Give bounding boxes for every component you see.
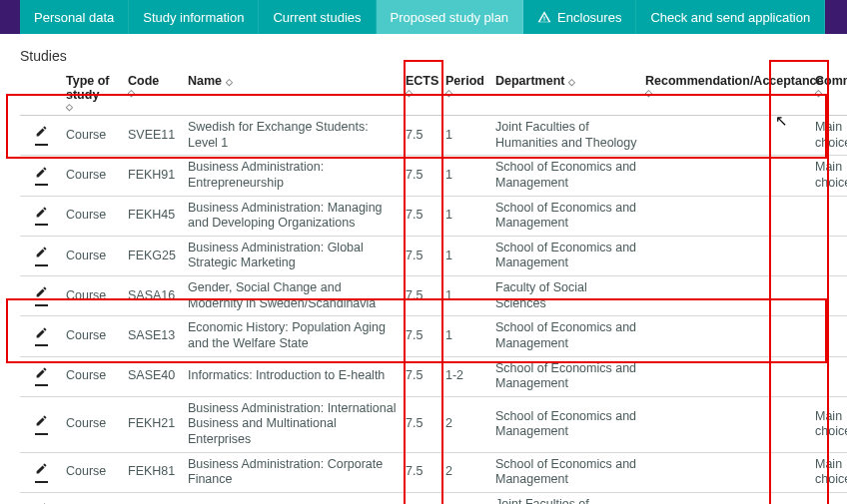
cell-name: English: Elective Course xyxy=(184,492,402,504)
cell-type: Course xyxy=(62,276,124,316)
cell-ects: 7.5 xyxy=(402,396,441,452)
col-period[interactable]: Period◇ xyxy=(441,68,491,116)
table-row: CourseSVEE11Swedish for Exchange Student… xyxy=(20,116,847,156)
edit-icon[interactable] xyxy=(35,326,48,347)
cell-type: Course xyxy=(62,236,124,275)
cell-ects: 7.5 xyxy=(402,156,441,196)
cell-name: Swedish for Exchange Students: Level 1 xyxy=(184,116,402,156)
cell-ects: 7.5 xyxy=(402,196,441,236)
cell-department: Joint Faculties of Humanities and Theolo… xyxy=(491,116,641,156)
cell-comment: Main choice xyxy=(811,116,847,156)
section-title-studies: Studies xyxy=(20,48,827,64)
edit-icon[interactable] xyxy=(35,166,48,187)
cell-recommendation xyxy=(641,236,811,275)
cell-comment xyxy=(811,196,847,236)
cell-period: 1 xyxy=(441,196,491,236)
cell-code: SASE40 xyxy=(124,356,184,396)
cell-type: Course xyxy=(62,316,124,356)
tab-personal-data[interactable]: Personal data xyxy=(20,0,129,34)
cell-recommendation xyxy=(641,452,811,492)
cell-department: School of Economics and Management xyxy=(491,452,641,492)
cell-comment xyxy=(811,236,847,275)
tab-check-and-send[interactable]: Check and send application xyxy=(636,0,825,34)
cell-recommendation xyxy=(641,276,811,316)
cell-code: FEKG25 xyxy=(124,236,184,275)
tab-study-information[interactable]: Study information xyxy=(129,0,259,34)
studies-table: Type of study◇ Code◇ Name ◇ ECTS◇ Period… xyxy=(20,68,847,504)
cell-department: School of Economics and Management xyxy=(491,316,641,356)
table-row: CourseFEKH45Business Administration: Man… xyxy=(20,196,847,236)
cell-code: FEKH91 xyxy=(124,156,184,196)
cell-name: Business Administration: Entrepreneurshi… xyxy=(184,156,402,196)
cell-department: Faculty of Social Sciences xyxy=(491,276,641,316)
cell-name: Informatics: Introduction to E-health xyxy=(184,356,402,396)
col-recommendation[interactable]: Recommendation/Acceptance◇ xyxy=(641,68,811,116)
cell-department: School of Economics and Management xyxy=(491,356,641,396)
edit-icon[interactable] xyxy=(35,246,48,266)
table-row: CourseFEKH91Business Administration: Ent… xyxy=(20,156,847,196)
cell-comment xyxy=(811,316,847,356)
cell-ects: 7.5 xyxy=(402,452,441,492)
cell-recommendation xyxy=(641,156,811,196)
cell-recommendation xyxy=(641,316,811,356)
cell-code: FEKH45 xyxy=(124,196,184,236)
cell-comment xyxy=(811,276,847,316)
cell-ects: 7.5 xyxy=(402,492,441,504)
table-row: CourseFEKH21Business Administration: Int… xyxy=(20,396,847,452)
edit-icon[interactable] xyxy=(35,206,48,227)
col-comment[interactable]: Comment◇ xyxy=(811,68,847,116)
edit-icon[interactable] xyxy=(35,125,48,146)
cell-type: Course xyxy=(62,492,124,504)
col-department[interactable]: Department ◇ xyxy=(491,68,641,116)
cell-code: ENGG10 xyxy=(124,492,184,504)
tab-proposed-study-plan[interactable]: Proposed study plan xyxy=(377,0,524,34)
cell-department: School of Economics and Management xyxy=(491,196,641,236)
table-row: CourseFEKG25Business Administration: Glo… xyxy=(20,236,847,275)
edit-icon[interactable] xyxy=(35,285,48,306)
cell-type: Course xyxy=(62,156,124,196)
cell-name: Economic History: Population Aging and t… xyxy=(184,316,402,356)
cell-type: Course xyxy=(62,196,124,236)
cell-code: SVEE11 xyxy=(124,116,184,156)
cell-period: 1 xyxy=(441,276,491,316)
cell-type: Course xyxy=(62,452,124,492)
cell-name: Business Administration: Managing and De… xyxy=(184,196,402,236)
edit-icon[interactable] xyxy=(35,462,48,483)
table-row: CourseSASE40Informatics: Introduction to… xyxy=(20,356,847,396)
cell-period: 1 xyxy=(441,156,491,196)
col-code[interactable]: Code◇ xyxy=(124,68,184,116)
tab-enclosures[interactable]: Enclosures xyxy=(523,0,636,34)
cell-department: Joint Faculties of Humanities and Theolo… xyxy=(491,492,641,504)
tab-bar: Personal data Study information Current … xyxy=(0,0,847,34)
col-ects[interactable]: ECTS◇ xyxy=(402,68,441,116)
table-row: CourseFEKH81Business Administration: Cor… xyxy=(20,452,847,492)
edit-icon[interactable] xyxy=(35,414,48,435)
table-row: CourseENGG10English: Elective Course7.52… xyxy=(20,492,847,504)
cell-ects: 7.5 xyxy=(402,316,441,356)
cell-comment: Main choice xyxy=(811,156,847,196)
cell-period: 2 xyxy=(441,452,491,492)
cell-department: School of Economics and Management xyxy=(491,236,641,275)
cell-period: 1 xyxy=(441,236,491,275)
cell-period: 1 xyxy=(441,116,491,156)
cell-recommendation xyxy=(641,396,811,452)
col-type[interactable]: Type of study◇ xyxy=(62,68,124,116)
edit-icon[interactable] xyxy=(35,366,48,387)
cell-recommendation xyxy=(641,492,811,504)
table-row: CourseSASA16Gender, Social Change and Mo… xyxy=(20,276,847,316)
cell-department: School of Economics and Management xyxy=(491,396,641,452)
tab-current-studies[interactable]: Current studies xyxy=(259,0,376,34)
cell-name: Business Administration: Global Strategi… xyxy=(184,236,402,275)
cell-recommendation xyxy=(641,196,811,236)
cell-ects: 7.5 xyxy=(402,356,441,396)
cell-department: School of Economics and Management xyxy=(491,156,641,196)
cell-recommendation xyxy=(641,116,811,156)
cell-name: Business Administration: Corporate Finan… xyxy=(184,452,402,492)
cell-comment xyxy=(811,356,847,396)
cell-name: Gender, Social Change and Modernity in S… xyxy=(184,276,402,316)
cell-ects: 7.5 xyxy=(402,116,441,156)
cell-ects: 7.5 xyxy=(402,236,441,275)
cell-code: SASE13 xyxy=(124,316,184,356)
col-name[interactable]: Name ◇ xyxy=(184,68,402,116)
warning-icon xyxy=(537,10,551,24)
